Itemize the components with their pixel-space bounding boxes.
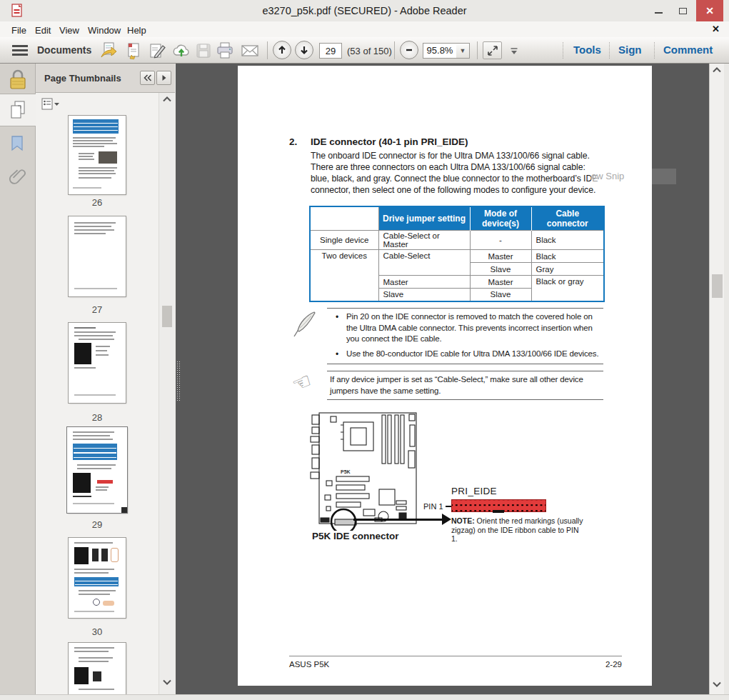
maximize-button[interactable] — [671, 0, 694, 21]
thumbnail-list: 26 27 28 — [36, 93, 175, 694]
thumbnail-page-31[interactable] — [69, 643, 126, 694]
paragraph-line: The onboard IDE connector is for the Ult… — [311, 151, 590, 161]
menu-file[interactable]: File — [9, 24, 29, 37]
tab-attachments[interactable] — [0, 160, 36, 193]
tab-bookmarks[interactable] — [0, 127, 36, 160]
menu-view[interactable]: View — [56, 24, 82, 37]
fit-window-button[interactable] — [483, 41, 502, 59]
close-button[interactable]: ✕ — [696, 0, 723, 21]
thumbnail-options-icon[interactable] — [41, 98, 60, 114]
zoom-out-button[interactable] — [400, 41, 418, 59]
thumbnail-page-label: 28 — [69, 412, 126, 423]
scrollbar-thumb[interactable] — [712, 274, 723, 298]
double-chevron-left-icon — [144, 74, 152, 81]
security-lock-icon — [7, 68, 29, 94]
table-header-cell: Drive jumper setting — [378, 206, 470, 231]
chevron-down-icon: ▼ — [460, 47, 466, 54]
note-bullet-text: Use the 80-conductor IDE cable for Ultra… — [346, 349, 605, 360]
note-rule — [327, 308, 603, 309]
heading-number: 2. — [289, 136, 297, 147]
table-cell: Master — [378, 276, 470, 289]
page-number-input[interactable] — [319, 43, 342, 59]
scroll-down-icon[interactable] — [712, 681, 722, 688]
thumbnail-page-27[interactable] — [69, 216, 126, 296]
bullet-glyph: • — [336, 349, 338, 359]
scrollbar-thumb[interactable] — [162, 306, 172, 327]
menu-window[interactable]: Window — [85, 24, 124, 37]
thumbnail-page-30[interactable] — [69, 538, 126, 618]
document-scrollbar[interactable] — [709, 64, 724, 694]
scroll-up-icon[interactable] — [162, 96, 172, 103]
jumper-settings-table: Drive jumper setting Mode of device(s) C… — [309, 206, 605, 302]
thumbnails-scrollbar[interactable] — [159, 93, 175, 694]
scroll-down-icon[interactable] — [162, 679, 172, 686]
tab-page-thumbnails[interactable] — [0, 94, 36, 126]
note-text: If any device jumper is set as “Cable-Se… — [330, 374, 595, 396]
menu-toggle-icon[interactable] — [12, 45, 28, 58]
close-document-icon[interactable]: ✕ — [712, 24, 720, 34]
paragraph-line: There are three connectors on each Ultra… — [311, 162, 585, 172]
current-view-handle[interactable] — [121, 507, 127, 513]
email-icon[interactable] — [240, 41, 260, 60]
thumbnail-page-29-current[interactable] — [67, 427, 127, 513]
footer-book-title: ASUS P5K — [289, 660, 329, 669]
connector-note: NOTE: Orient the red markings (usually z… — [451, 516, 583, 544]
menu-help[interactable]: Help — [124, 24, 149, 37]
previous-page-button[interactable] — [273, 41, 291, 59]
tools-button[interactable]: Tools — [573, 44, 601, 56]
table-header-cell: Mode of device(s) — [470, 206, 531, 231]
minus-icon — [404, 45, 414, 55]
note-bullet-text: Pin 20 on the IDE connector is removed t… — [346, 311, 605, 345]
motherboard-drawing: P5K — [309, 411, 431, 531]
panel-title: Page Thumbnails — [44, 73, 121, 84]
diagram-caption: P5K IDE connector — [312, 531, 399, 541]
more-tools-icon[interactable] — [510, 46, 518, 59]
ide-connector-graphic — [451, 499, 546, 512]
document-view: 2. IDE connector (40-1 pin PRI_EIDE) The… — [176, 64, 709, 694]
pointing-hand-icon: ☜ — [288, 367, 315, 398]
adobe-reader-window: e3270_p5k.pdf (SECURED) - Adobe Reader ✕… — [0, 0, 729, 700]
toolbar-separator — [394, 41, 395, 59]
panel-splitter-handle[interactable] — [176, 361, 181, 401]
comment-button[interactable]: Comment — [663, 44, 713, 56]
table-cell: Master — [470, 276, 531, 289]
next-page-button[interactable] — [295, 41, 313, 59]
documents-button[interactable]: Documents — [37, 44, 91, 56]
callout-arrow — [353, 519, 443, 521]
scroll-up-icon[interactable] — [712, 66, 722, 74]
table-cell: Cable-Select or Master — [378, 231, 470, 250]
motherboard-diagram: P5K PRI_EIDE PIN 1 NOTE: Orient the red … — [309, 411, 627, 557]
send-cloud-icon[interactable] — [171, 41, 191, 60]
window-bottom-edge — [0, 694, 729, 700]
zoom-dropdown-button[interactable]: ▼ — [456, 43, 470, 59]
collapse-panel-button[interactable] — [140, 71, 155, 85]
open-file-icon[interactable] — [99, 41, 119, 60]
connector-name-label: PRI_EIDE — [451, 486, 497, 496]
toolbar-dotted-separator — [609, 42, 610, 59]
pencil-note-icon — [292, 310, 318, 341]
page-thumbnails-panel: Page Thumbnails — [36, 64, 175, 694]
close-icon: ✕ — [705, 5, 714, 16]
callout-arrowhead — [442, 514, 451, 525]
print-icon[interactable] — [215, 41, 235, 60]
zoom-level-value[interactable]: 95.8% — [423, 43, 457, 59]
toolbar-separator — [267, 41, 268, 59]
expand-arrows-icon — [487, 45, 498, 56]
table-cell: Two devices — [310, 250, 378, 301]
maximize-icon — [679, 8, 687, 14]
thumbnail-page-28[interactable] — [69, 323, 126, 403]
create-pdf-icon[interactable] — [124, 41, 144, 60]
menu-edit[interactable]: Edit — [32, 24, 54, 37]
footer-rule — [289, 656, 622, 656]
board-silkscreen-label: P5K — [341, 469, 351, 474]
minimize-button[interactable] — [647, 0, 670, 21]
table-cell: Slave — [378, 289, 470, 301]
sign-button[interactable]: Sign — [618, 44, 642, 56]
fill-sign-icon[interactable] — [147, 41, 167, 60]
pdf-page: 2. IDE connector (40-1 pin PRI_EIDE) The… — [238, 66, 652, 686]
paragraph-line: blue, black, and gray. Connect the blue … — [311, 174, 598, 184]
thumbnail-page-26[interactable] — [69, 116, 126, 194]
thumbnail-page-label: 26 — [69, 197, 126, 208]
note-rule — [327, 364, 603, 364]
expand-panel-button[interactable] — [156, 71, 171, 85]
